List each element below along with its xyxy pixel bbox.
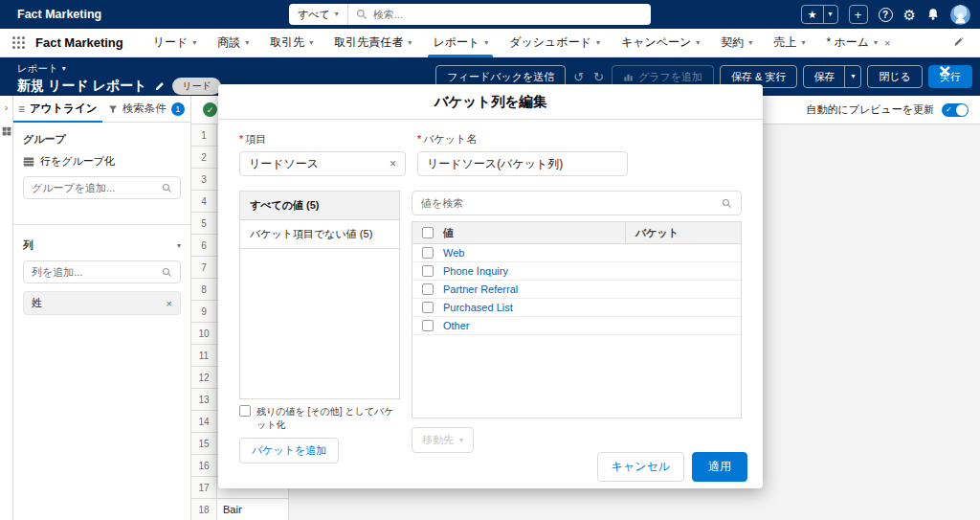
row-number: 1 xyxy=(191,124,217,147)
value-link[interactable]: Other xyxy=(443,320,470,331)
notifications-bell-icon[interactable] xyxy=(926,8,940,21)
bucket-edit-modal: バケット列を編集 項目 リードソース バケット名 リードソース(バケット列) す… xyxy=(218,84,763,488)
app-launcher-icon[interactable] xyxy=(12,36,26,50)
table-row: 18Bair xyxy=(191,499,980,520)
row-checkbox[interactable] xyxy=(422,302,434,313)
row-number: 11 xyxy=(191,345,217,367)
values-table-header: 値 バケット xyxy=(412,222,741,244)
nav-item-home-temp[interactable]: * ホーム xyxy=(815,29,901,57)
clear-field-icon[interactable] xyxy=(390,157,396,170)
row-number: 14 xyxy=(191,411,217,433)
nav-item-contracts[interactable]: 契約 xyxy=(710,29,763,57)
values-filter-list: すべての値 (5) バケット項目でない値 (5) xyxy=(239,191,400,399)
search-icon xyxy=(722,198,732,209)
redo-icon[interactable]: ↻ xyxy=(591,70,606,84)
group-rows-item[interactable]: 行をグループ化 xyxy=(23,154,181,169)
nav-item-campaigns[interactable]: キャンペーン xyxy=(611,29,710,57)
grid-cell: Bair xyxy=(217,499,289,520)
filters-count-badge: 1 xyxy=(171,102,185,116)
app-nav-bar: Fact Marketing リード 商談 取引先 取引先責任者 レポート ダッ… xyxy=(0,29,980,57)
favorites-control xyxy=(801,5,838,24)
tab-outline[interactable]: アウトライン xyxy=(13,96,102,122)
value-link[interactable]: Purchased List xyxy=(443,302,513,313)
cancel-button[interactable]: キャンセル xyxy=(597,452,684,482)
filter-funnel-icon xyxy=(108,104,118,114)
field-input[interactable]: リードソース xyxy=(239,151,406,176)
table-row: Phone Inquiry xyxy=(412,262,741,281)
table-row: Web xyxy=(412,244,741,262)
row-number: 18 xyxy=(191,499,217,520)
nav-item-opportunities[interactable]: 商談 xyxy=(207,29,259,57)
add-column-input[interactable]: 列を追加... xyxy=(23,260,181,283)
value-link[interactable]: Web xyxy=(443,247,464,259)
row-number: 17 xyxy=(191,477,217,499)
page-title: 新規 リード レポート xyxy=(17,78,146,95)
nav-item-contacts[interactable]: 取引先責任者 xyxy=(323,29,422,57)
chevron-down-icon xyxy=(801,39,805,47)
chevron-down-icon xyxy=(408,39,412,47)
chevron-down-icon xyxy=(459,437,463,444)
list-item-all-values[interactable]: すべての値 (5) xyxy=(240,192,399,220)
save-menu-button[interactable] xyxy=(844,66,860,87)
row-checkbox[interactable] xyxy=(422,320,434,331)
chevron-down-icon xyxy=(851,73,855,80)
search-input[interactable]: 検索... xyxy=(373,8,403,22)
expand-panel-chevron-icon[interactable] xyxy=(5,102,9,113)
undo-icon[interactable]: ↺ xyxy=(571,70,586,84)
value-search-input[interactable]: 値を検索 xyxy=(412,191,742,215)
nav-item-reports[interactable]: レポート xyxy=(422,29,499,57)
favorites-dropdown[interactable] xyxy=(823,6,837,23)
table-row: Purchased List xyxy=(412,299,741,317)
nav-item-accounts[interactable]: 取引先 xyxy=(259,29,323,57)
remove-column-icon[interactable] xyxy=(167,298,172,309)
column-chip-lastname[interactable]: 姓 xyxy=(23,291,181,315)
close-report-button[interactable]: 閉じる xyxy=(867,65,923,88)
help-icon[interactable] xyxy=(879,8,893,22)
columns-section-label: 列 xyxy=(23,238,33,253)
search-icon xyxy=(356,9,368,20)
bucket-remaining-checkbox[interactable] xyxy=(239,405,251,417)
search-icon xyxy=(162,267,172,278)
fields-panel-rail xyxy=(0,96,13,520)
row-checkbox[interactable] xyxy=(422,247,434,259)
search-scope-label: すべて xyxy=(298,8,330,22)
tab-filters[interactable]: 検索条件 1 xyxy=(102,96,191,122)
table-row: Other xyxy=(412,317,741,335)
save-split-button: 保存 xyxy=(803,65,861,88)
bucket-name-input[interactable]: リードソース(バケット列) xyxy=(417,151,628,176)
search-scope-dropdown[interactable]: すべて xyxy=(289,4,348,25)
edit-title-pencil-icon[interactable] xyxy=(154,81,165,92)
apply-button[interactable]: 適用 xyxy=(692,452,747,482)
value-link[interactable]: Partner Referral xyxy=(443,283,518,295)
user-avatar[interactable] xyxy=(950,5,970,25)
close-tab-icon[interactable] xyxy=(884,37,890,49)
nav-edit-pencil-icon[interactable] xyxy=(953,37,965,49)
global-search-box[interactable]: すべて 検索... xyxy=(289,4,651,25)
value-link[interactable]: Phone Inquiry xyxy=(443,265,508,277)
breadcrumb[interactable]: レポート xyxy=(17,62,221,76)
auto-update-toggle[interactable] xyxy=(942,103,969,117)
setup-gear-icon[interactable] xyxy=(903,8,916,22)
fields-panel-icon[interactable] xyxy=(2,126,11,136)
row-checkbox[interactable] xyxy=(422,265,434,277)
modal-close-icon[interactable] xyxy=(939,60,950,80)
table-row: Partner Referral xyxy=(412,281,741,299)
row-number: 3 xyxy=(191,169,217,191)
bucket-remaining-label: 残りの値を [その他] としてバケット化 xyxy=(256,405,400,431)
object-badge: リード xyxy=(172,78,220,95)
row-number: 7 xyxy=(191,257,217,279)
row-number: 2 xyxy=(191,147,217,169)
global-actions-icon[interactable] xyxy=(849,5,868,24)
outline-icon xyxy=(18,102,25,116)
save-button[interactable]: 保存 xyxy=(804,66,844,87)
list-item-unbucketed[interactable]: バケット項目でない値 (5) xyxy=(240,220,399,249)
add-group-input[interactable]: グループを追加... xyxy=(23,176,181,199)
nav-item-leads[interactable]: リード xyxy=(143,29,208,57)
favorites-star-icon[interactable] xyxy=(802,9,823,21)
row-number: 8 xyxy=(191,279,217,301)
columns-menu-chevron-icon[interactable] xyxy=(177,242,181,250)
nav-item-dashboards[interactable]: ダッシュボード xyxy=(499,29,611,57)
row-checkbox[interactable] xyxy=(422,283,434,295)
nav-item-revenue[interactable]: 売上 xyxy=(763,29,815,57)
select-all-checkbox[interactable] xyxy=(422,227,434,238)
